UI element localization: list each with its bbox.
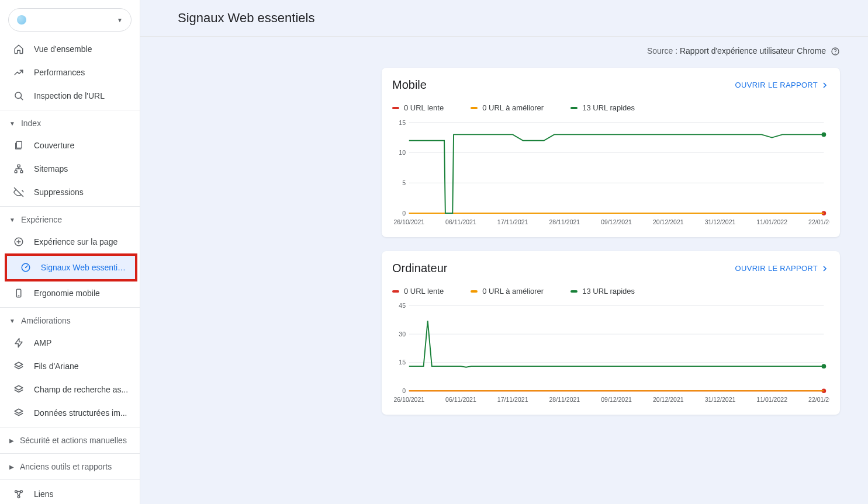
svg-text:06/11/2021: 06/11/2021 — [445, 219, 476, 226]
legend-swatch-red — [392, 290, 399, 293]
open-report-label: OUVRIR LE RAPPORT — [735, 264, 818, 273]
nav-section-améliorations[interactable]: ▼ Améliorations — [0, 310, 140, 331]
sitemap-icon — [13, 164, 25, 174]
layers-icon — [13, 408, 25, 418]
nav-item-eye-off[interactable]: Suppressions — [0, 180, 140, 204]
nav-item-layers[interactable]: Fils d'Ariane — [0, 354, 140, 378]
nav-item-label: Signaux Web essentiels — [41, 263, 127, 272]
nav-section-label: Améliorations — [21, 316, 71, 325]
nav-section-label: Sécurité et actions manuelles — [20, 436, 127, 445]
nav-item-trend[interactable]: Performances — [0, 61, 140, 84]
highlight-box: Signaux Web essentiels — [5, 253, 137, 281]
nav-item-search[interactable]: Inspection de l'URL — [0, 84, 140, 107]
legend-text: 13 URL rapides — [582, 287, 635, 296]
card-title: Ordinateur — [392, 262, 448, 275]
svg-text:31/12/2021: 31/12/2021 — [705, 397, 736, 404]
source-link[interactable]: Rapport d'expérience utilisateur Chrome — [680, 46, 826, 55]
nav-item-layers[interactable]: Champ de recherche as... — [0, 378, 140, 401]
svg-text:20/12/2021: 20/12/2021 — [653, 397, 684, 404]
divider — [0, 206, 140, 207]
svg-point-41 — [822, 133, 826, 137]
nav-section-expérience[interactable]: ▼ Expérience — [0, 209, 140, 230]
legend-swatch-green — [570, 290, 577, 293]
legend: 0 URL lente 0 URL à améliorer 13 URL rap… — [392, 99, 829, 114]
source-label: Source : — [647, 46, 680, 55]
svg-text:45: 45 — [399, 303, 406, 310]
nav-item-label: Données structurées im... — [34, 408, 127, 418]
nav-item-bolt[interactable]: AMP — [0, 331, 140, 354]
nav-item-label: Couverture — [34, 141, 74, 150]
open-report-button[interactable]: OUVRIR LE RAPPORT — [735, 81, 829, 90]
chevron-right-icon — [820, 81, 829, 90]
divider — [0, 110, 140, 110]
divider — [0, 307, 140, 308]
svg-text:22/01/2022: 22/01/2022 — [808, 397, 829, 404]
svg-text:11/01/2022: 11/01/2022 — [756, 219, 787, 226]
nav-item-label: Expérience sur la page — [34, 237, 117, 246]
nav-item-label: Liens — [34, 489, 53, 499]
nav-item-label: Ergonomie mobile — [34, 289, 100, 298]
svg-text:17/11/2021: 17/11/2021 — [497, 219, 528, 226]
svg-text:5: 5 — [402, 179, 406, 186]
legend-item: 0 URL lente — [392, 103, 444, 112]
divider — [0, 453, 140, 454]
svg-point-22 — [835, 53, 835, 54]
nav-item-plus-circle[interactable]: Expérience sur la page — [0, 230, 140, 253]
sidebar: ▼ Vue d'ensemble Performances Inspection… — [0, 0, 140, 504]
open-report-button[interactable]: OUVRIR LE RAPPORT — [735, 264, 829, 273]
help-icon[interactable] — [831, 47, 840, 56]
legend-swatch-red — [392, 107, 399, 109]
nav-item-phone[interactable]: Ergonomie mobile — [0, 281, 140, 305]
nav-item-home[interactable]: Vue d'ensemble — [0, 37, 140, 61]
bolt-icon — [13, 338, 25, 348]
nav-section-collapsed[interactable]: ▶ Sécurité et actions manuelles — [0, 430, 140, 451]
nav-item-pages[interactable]: Couverture — [0, 134, 140, 157]
svg-text:17/11/2021: 17/11/2021 — [497, 397, 528, 404]
nav-item-label: Suppressions — [34, 187, 84, 197]
nav-section-label: Expérience — [21, 215, 62, 224]
legend-text: 13 URL rapides — [582, 103, 635, 112]
page-title: Signaux Web essentiels — [178, 11, 854, 26]
eye-off-icon — [13, 187, 25, 197]
svg-text:09/12/2021: 09/12/2021 — [601, 397, 632, 404]
nav-item-label: Sitemaps — [34, 164, 68, 173]
svg-text:11/01/2022: 11/01/2022 — [756, 397, 787, 404]
svg-text:06/11/2021: 06/11/2021 — [445, 397, 476, 404]
nav-item-sitemap[interactable]: Sitemaps — [0, 157, 140, 180]
card-header: Ordinateur OUVRIR LE RAPPORT — [392, 262, 829, 275]
source-line: Source : Rapport d'expérience utilisateu… — [140, 37, 868, 56]
layers-icon — [13, 384, 25, 395]
svg-marker-15 — [15, 362, 23, 367]
svg-text:28/11/2021: 28/11/2021 — [549, 219, 580, 226]
chart-mobile: 05101526/10/202106/11/202117/11/202128/1… — [392, 114, 829, 231]
svg-text:10: 10 — [399, 150, 406, 157]
caret-down-icon: ▼ — [9, 120, 15, 127]
chart-desktop: 015304526/10/202106/11/202117/11/202128/… — [392, 298, 829, 409]
trend-icon — [13, 67, 25, 78]
caret-down-icon: ▼ — [9, 318, 15, 324]
svg-text:26/10/2021: 26/10/2021 — [393, 219, 424, 226]
chevron-right-icon — [820, 264, 829, 273]
search-icon — [13, 91, 25, 101]
nav-item-label: Vue d'ensemble — [34, 44, 92, 54]
page-header: Signaux Web essentiels — [140, 0, 868, 37]
caret-down-icon: ▼ — [9, 217, 15, 223]
nav-item-links[interactable]: Liens — [0, 482, 140, 504]
property-selector[interactable]: ▼ — [8, 8, 132, 32]
legend-text: 0 URL lente — [404, 287, 444, 296]
svg-line-1 — [20, 98, 22, 99]
layers-icon — [13, 361, 25, 371]
nav-item-label: Fils d'Ariane — [34, 362, 79, 371]
link-icon — [13, 489, 25, 499]
nav-section-collapsed[interactable]: ▶ Anciens outils et rapports — [0, 456, 140, 477]
legend-swatch-orange — [471, 107, 478, 109]
nav-item-layers[interactable]: Données structurées im... — [0, 401, 140, 425]
nav-item-gauge[interactable]: Signaux Web essentiels — [7, 256, 135, 279]
open-report-label: OUVRIR LE RAPPORT — [735, 81, 818, 89]
plus-circle-icon — [13, 237, 25, 247]
card-mobile: Mobile OUVRIR LE RAPPORT 0 URL lente 0 U… — [382, 68, 840, 237]
legend-text: 0 URL lente — [404, 103, 444, 112]
legend: 0 URL lente 0 URL à améliorer 13 URL rap… — [392, 282, 829, 298]
nav-section-index[interactable]: ▼ Index — [0, 113, 140, 134]
legend-item: 0 URL à améliorer — [471, 287, 544, 296]
